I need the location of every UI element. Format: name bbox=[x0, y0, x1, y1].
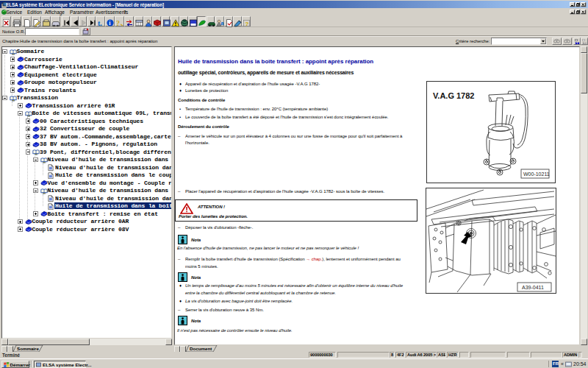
svg-text:?: ? bbox=[116, 19, 120, 27]
svg-text:a: a bbox=[220, 21, 223, 26]
svg-text:W00-10211: W00-10211 bbox=[523, 171, 550, 177]
svg-text:A39-0411: A39-0411 bbox=[522, 285, 544, 290]
svg-text:t.: t. bbox=[98, 19, 102, 27]
svg-text:?: ? bbox=[245, 21, 249, 27]
svg-text:V.A.G 1782: V.A.G 1782 bbox=[433, 91, 474, 100]
